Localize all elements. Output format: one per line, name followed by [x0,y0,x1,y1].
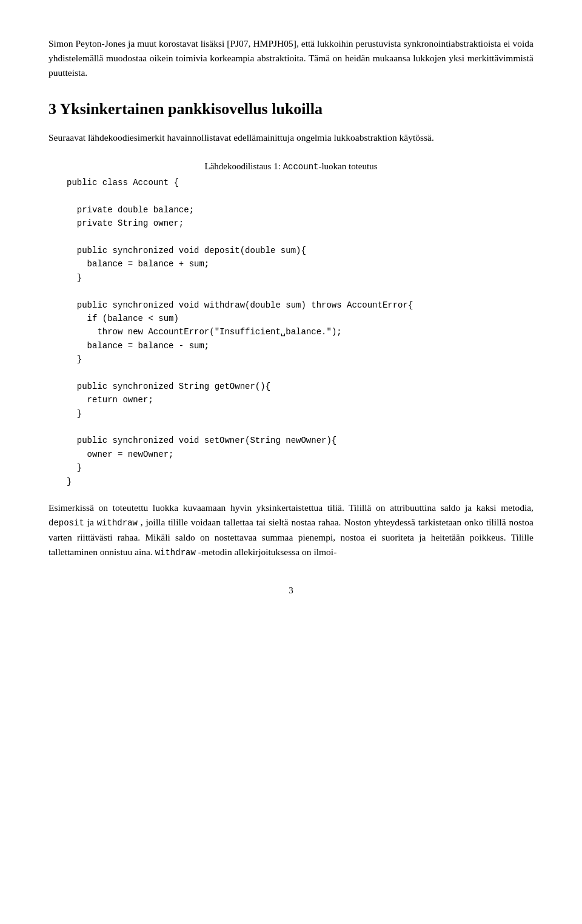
listing-caption-suffix: -luokan toteutus [318,161,377,171]
section-number: 3 [48,100,56,118]
outro-code-1: deposit [48,518,84,528]
section-intro: Seuraavat lähdekoodiesimerkit havainnoll… [48,130,534,145]
outro-text-1: Esimerkissä on toteutettu luokka kuvaama… [48,502,534,513]
outro-code-2: withdraw [97,518,138,528]
outro-middle-1: ja [87,517,97,527]
code-block: public class Account { private double ba… [67,176,534,488]
outro-code-3: withdraw [155,548,196,558]
page-content: Simon Peyton-Jones ja muut korostavat li… [48,36,534,598]
outro-after-2: -metodin allekirjoituksessa on ilmoi- [198,547,337,557]
listing-caption-prefix: Lähdekoodilistaus 1: [204,161,283,171]
code-listing: Lähdekoodilistaus 1: Account-luokan tote… [48,160,534,488]
section-title: Yksinkertainen pankkisovellus lukoilla [60,100,323,118]
listing-caption-code: Account [283,162,319,172]
outro-paragraph-1: Esimerkissä on toteutettu luokka kuvaama… [48,501,534,559]
intro-paragraph: Simon Peyton-Jones ja muut korostavat li… [48,36,534,80]
page-number: 3 [48,584,534,598]
listing-caption: Lähdekoodilistaus 1: Account-luokan tote… [67,160,534,174]
section-heading: 3 Yksinkertainen pankkisovellus lukoilla [48,97,534,121]
